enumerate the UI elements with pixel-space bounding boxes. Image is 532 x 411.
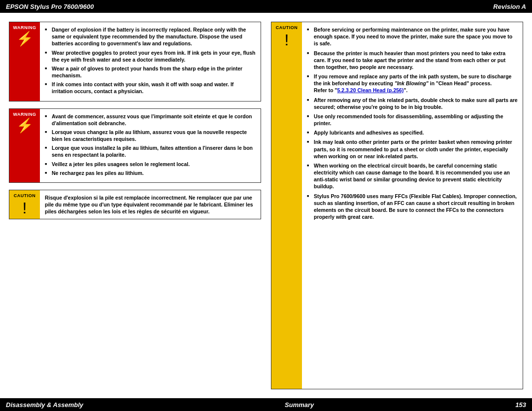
list-item: Stylus Pro 7600/9600 uses many FFCs (Fle…: [307, 193, 518, 221]
clean-head-link[interactable]: 5.2.3.20 Clean Head (p.256): [337, 87, 404, 93]
warning-box-2: WARNING ⚡ Avant de commencer, assurez vo…: [9, 108, 261, 183]
exclamation-icon-left: !: [23, 200, 27, 216]
list-item: Because the printer is much heavier than…: [307, 50, 518, 71]
caution-label-right: CAUTION: [276, 25, 298, 30]
caution-box-left: CAUTION ! Risque d'explosion si la pile …: [9, 190, 261, 220]
list-item: Lorsque vous changez la pile au lithium,…: [45, 129, 256, 142]
caution-badge-right: CAUTION !: [271, 22, 302, 389]
caution-text-left: Risque d'explosion si la pile est rempla…: [45, 194, 256, 215]
warning-content-1: Danger of explosion if the battery is in…: [40, 22, 261, 101]
list-item: Before servicing or performing maintenan…: [307, 26, 518, 47]
list-item: If ink comes into contact with your skin…: [45, 81, 256, 95]
list-item: If you remove and replace any parts of t…: [307, 73, 518, 94]
caution-badge-left: CAUTION !: [9, 190, 40, 219]
main-content: WARNING ⚡ Danger of explosion if the bat…: [0, 13, 532, 398]
list-item: After removing any of the ink related pa…: [307, 97, 518, 110]
exclamation-icon-right: !: [285, 32, 289, 48]
caution-label-left: CAUTION: [14, 193, 36, 198]
left-column: WARNING ⚡ Danger of explosion if the bat…: [9, 22, 261, 389]
warning-box-1: WARNING ⚡ Danger of explosion if the bat…: [9, 22, 261, 102]
list-item: Lorque que vous installez la pile au lit…: [45, 144, 256, 158]
caution-content-left: Risque d'explosion si la pile est rempla…: [40, 190, 261, 219]
warning-content-2: Avant de commencer, assurez vous que l'i…: [40, 109, 261, 182]
page-footer: Disassembly & Assembly Summary 153: [0, 398, 532, 411]
footer-right: 153: [515, 401, 526, 409]
warning-label-1: WARNING: [13, 25, 36, 30]
right-column: CAUTION ! Before servicing or performing…: [271, 22, 523, 389]
warning-badge-1: WARNING ⚡: [9, 22, 40, 101]
caution-content-right: Before servicing or performing maintenan…: [302, 22, 523, 389]
list-item: Ink may leak onto other printer parts or…: [307, 138, 518, 160]
list-item: Apply lubricants and adhesives as specif…: [307, 129, 518, 136]
warning-label-2: WARNING: [13, 112, 36, 117]
header-title: EPSON Stylus Pro 7600/9600: [6, 3, 94, 10]
list-item: When working on the electrical circuit b…: [307, 162, 518, 190]
list-item: Danger of explosion if the battery is in…: [45, 26, 256, 47]
header-revision: Revision A: [493, 3, 526, 10]
list-item: Avant de commencer, assurez vous que l'i…: [45, 113, 256, 127]
caution-box-right: CAUTION ! Before servicing or performing…: [271, 22, 523, 389]
footer-left: Disassembly & Assembly: [6, 401, 83, 409]
list-item: Ne rechargez pas les piles au lithium.: [45, 170, 256, 176]
list-item: Veillez a jeter les piles usagees selon …: [45, 161, 256, 168]
footer-center: Summary: [285, 401, 314, 409]
warning-badge-2: WARNING ⚡: [9, 109, 40, 182]
list-item: Wear a pair of gloves to protect your ha…: [45, 65, 256, 79]
list-item: Use only recommended tools for disassemb…: [307, 113, 518, 127]
page-header: EPSON Stylus Pro 7600/9600 Revision A: [0, 0, 532, 13]
list-item: Wear protective goggles to protect your …: [45, 49, 256, 63]
lightning-icon-2: ⚡: [16, 119, 33, 133]
lightning-icon-1: ⚡: [16, 32, 33, 46]
